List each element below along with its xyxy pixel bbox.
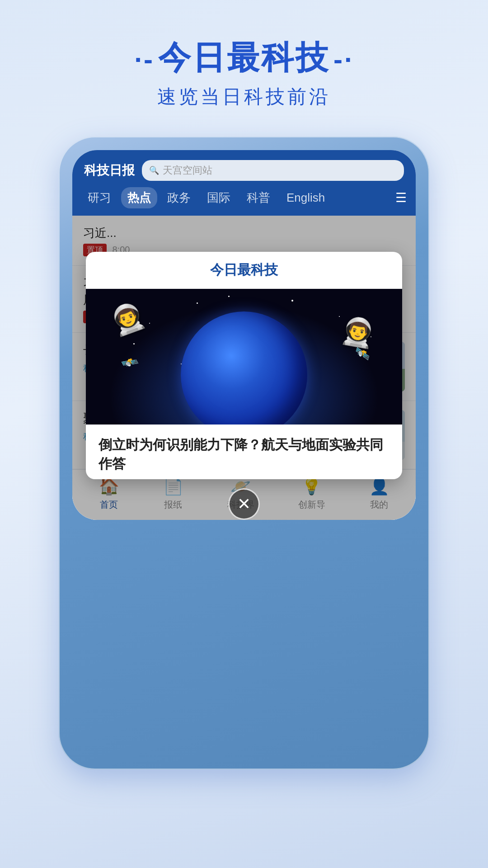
app-logo: 科技日报 — [84, 162, 135, 179]
nav-item-english[interactable]: English — [280, 188, 331, 208]
nav-item-redian[interactable]: 热点 — [121, 187, 157, 208]
popup-overlay: 今日最科技 — [72, 216, 416, 520]
nav-item-kepu[interactable]: 科普 — [240, 187, 277, 208]
page-title: 今日最科技 — [134, 36, 353, 80]
popup-image: 👨‍🚀 👨‍🚀 🛰️ 🛰️ — [86, 289, 402, 425]
popup-card: 今日最科技 — [86, 252, 402, 479]
popup-header: 今日最科技 — [86, 252, 402, 289]
phone-frame: 科技日报 🔍 天宫空间站 研习 热点 政务 国际 科普 English ☰ 习近… — [59, 137, 429, 769]
nav-item-zhengwu[interactable]: 政务 — [161, 187, 197, 208]
popup-close-area: ✕ — [228, 488, 260, 520]
search-icon: 🔍 — [149, 165, 159, 175]
nav-more-icon[interactable]: ☰ — [395, 190, 407, 205]
popup-close-button[interactable]: ✕ — [228, 488, 260, 520]
search-input-placeholder: 天宫空间站 — [163, 164, 212, 177]
nav-item-yanxi[interactable]: 研习 — [81, 187, 117, 208]
app-header: 科技日报 🔍 天宫空间站 — [72, 150, 416, 187]
nav-item-guoji[interactable]: 国际 — [201, 187, 237, 208]
search-bar[interactable]: 🔍 天宫空间站 — [142, 160, 404, 181]
phone-inner: 科技日报 🔍 天宫空间站 研习 热点 政务 国际 科普 English ☰ 习近… — [72, 150, 416, 520]
popup-body: 倒立时为何识别能力下降？航天与地面实验共同作答 最近，科学家们通过航天和地面实验… — [86, 425, 402, 479]
popup-article-title: 倒立时为何识别能力下降？航天与地面实验共同作答 — [99, 435, 389, 473]
page-subtitle: 速览当日科技前沿 — [157, 84, 331, 109]
nav-bar: 研习 热点 政务 国际 科普 English ☰ — [72, 187, 416, 216]
news-area: 习近... 置顶 8:00 习近...发展进... 置顶 8:00 长征六号一前… — [72, 216, 416, 520]
popup-title: 今日最科技 — [99, 261, 388, 279]
